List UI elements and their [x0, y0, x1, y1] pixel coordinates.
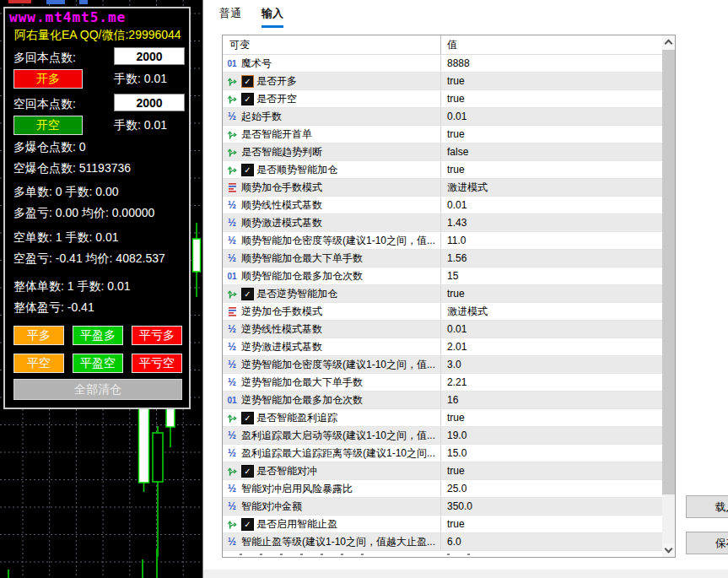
close-button[interactable]: 平盈空: [73, 354, 123, 373]
scroll-down-button[interactable]: [662, 543, 675, 557]
param-row[interactable]: ½逆势智能加仓最大下单手数2.21: [223, 374, 662, 392]
checkbox-checked[interactable]: ✓: [241, 518, 254, 531]
checkbox-checked[interactable]: ✓: [241, 288, 254, 300]
param-row[interactable]: ½智能对冲启用风险暴露比25.0: [223, 480, 662, 498]
param-row[interactable]: ✓是否启用智能止盈true: [223, 516, 662, 533]
param-row[interactable]: ½逆势激进模式基数2.01: [223, 338, 662, 356]
stat-line: 空盈亏: -0.41 均价: 4082.537: [13, 251, 165, 267]
param-row[interactable]: 顺势加仓手数模式激进模式: [223, 179, 662, 197]
int-type-icon: 01: [225, 396, 239, 405]
param-value[interactable]: true: [441, 128, 662, 140]
param-value[interactable]: true: [441, 518, 662, 530]
param-value[interactable]: 25.0: [441, 483, 662, 494]
param-row[interactable]: ½顺势智能加仓密度等级(建议1-10之间，值...11.0: [223, 232, 662, 250]
tab-common[interactable]: 普通: [219, 6, 241, 28]
param-row[interactable]: ½顺势智能加仓最大下单手数1.56: [223, 250, 662, 267]
table-header: 可变 值: [223, 35, 675, 55]
param-row[interactable]: 是否智能开首单true: [223, 126, 662, 143]
param-value[interactable]: 1.56: [441, 252, 662, 264]
close-button[interactable]: 平多: [13, 326, 64, 345]
checkbox-checked[interactable]: ✓: [241, 465, 254, 478]
param-row[interactable]: ½顺势激进模式基数1.43: [223, 214, 662, 232]
param-row[interactable]: ½起始手数0.01: [223, 108, 662, 126]
param-row[interactable]: 是否智能趋势判断false: [223, 143, 662, 161]
param-value[interactable]: 3.0: [441, 359, 662, 370]
param-name-cell: ✓是否智能盈利追踪: [223, 409, 441, 426]
param-value[interactable]: 6.0: [441, 536, 662, 548]
save-button[interactable]: 保存: [686, 532, 728, 554]
param-row[interactable]: ½逆势线性模式基数0.01: [223, 321, 662, 338]
load-button[interactable]: 载入: [686, 495, 728, 518]
toolbar-fragment-blue: [79, 0, 88, 4]
checkbox-checked[interactable]: ✓: [241, 164, 254, 176]
close-button[interactable]: 平亏空: [132, 354, 182, 373]
param-value[interactable]: 2.21: [441, 376, 662, 388]
param-row[interactable]: 逆势加仓手数模式激进模式: [223, 303, 662, 321]
scroll-up-button[interactable]: [662, 35, 675, 50]
param-value[interactable]: false: [441, 146, 662, 158]
param-value[interactable]: true: [441, 465, 662, 477]
open-long-button[interactable]: 开多: [13, 69, 83, 89]
param-value[interactable]: true: [441, 412, 662, 424]
double-type-icon: ½: [225, 429, 239, 441]
param-value[interactable]: 0.01: [441, 111, 662, 122]
param-row[interactable]: ½盈利追踪最大追踪距离等级(建议1-10之间...15.0: [223, 445, 662, 462]
checkbox-checked[interactable]: ✓: [241, 75, 254, 88]
long-points-input[interactable]: [114, 47, 185, 65]
close-button[interactable]: 平盈多: [73, 326, 123, 345]
param-value[interactable]: 19.0: [441, 429, 662, 441]
param-value[interactable]: 16: [441, 394, 662, 406]
param-row[interactable]: ✓是否智能对冲true: [223, 462, 662, 480]
param-row[interactable]: ½逆势智能加仓密度等级(建议1-10之间，值...3.0: [223, 356, 662, 374]
param-name: 逆势线性模式基数: [241, 322, 322, 337]
param-value[interactable]: 11.0: [441, 235, 662, 246]
param-row[interactable]: 01顺势智能加仓最多加仓次数15: [223, 267, 662, 285]
param-value[interactable]: 350.0: [441, 500, 662, 512]
double-type-icon: ½: [225, 483, 239, 494]
param-value[interactable]: 2.01: [441, 341, 662, 353]
bool-type-icon: [225, 466, 239, 477]
close-button[interactable]: 平空: [13, 354, 64, 373]
param-value[interactable]: true: [441, 93, 662, 105]
param-row[interactable]: ✓是否智能盈利追踪true: [223, 409, 662, 427]
param-row[interactable]: ½智能对冲金额350.0: [223, 498, 662, 516]
panel-subtitle: 阿右量化EA QQ/微信:29996044: [14, 28, 181, 43]
param-row[interactable]: ✓是否开多true: [223, 73, 662, 90]
param-row[interactable]: 01魔术号8888: [223, 55, 662, 73]
param-value[interactable]: 15.0: [441, 447, 662, 459]
vertical-scrollbar[interactable]: [662, 35, 675, 557]
param-row[interactable]: ✓是否顺势智能加仓true: [223, 161, 662, 179]
param-row[interactable]: ½顺势线性模式基数0.01: [223, 197, 662, 214]
param-value[interactable]: 激进模式: [441, 181, 662, 195]
param-row[interactable]: ½盈利追踪最大启动等级(建议1-10之间，值...19.0: [223, 427, 662, 445]
param-row[interactable]: ✓是否开空true: [223, 90, 662, 108]
scrollbar-thumb[interactable]: [662, 50, 675, 494]
param-value[interactable]: true: [441, 75, 662, 87]
param-value[interactable]: 0.01: [441, 199, 662, 211]
close-button[interactable]: 平亏多: [132, 326, 182, 345]
open-short-button[interactable]: 开空: [13, 116, 83, 135]
checkbox-checked[interactable]: ✓: [241, 412, 254, 424]
param-row[interactable]: ½智能止盈等级(建议1-10之间，值越大止盈...6.0: [223, 533, 662, 551]
double-type-icon: ½: [225, 447, 239, 459]
enum-type-icon: [225, 306, 239, 316]
long-lots-label: 手数: 0.01: [114, 72, 167, 87]
param-value[interactable]: true: [441, 164, 662, 176]
param-name: 顺势智能加仓最大下单手数: [241, 251, 363, 266]
param-value[interactable]: 激进模式: [441, 305, 662, 319]
param-value[interactable]: 15: [441, 270, 662, 282]
checkbox-checked[interactable]: ✓: [241, 93, 254, 105]
short-points-input[interactable]: [114, 94, 185, 111]
param-value[interactable]: true: [441, 288, 662, 300]
param-row[interactable]: 01逆势智能加仓最多加仓次数16: [223, 392, 662, 409]
param-value[interactable]: 8888: [441, 57, 662, 69]
bool-type-icon: [225, 147, 239, 158]
param-value[interactable]: 0.01: [441, 323, 662, 335]
param-value[interactable]: 1.43: [441, 217, 662, 229]
tab-inputs[interactable]: 输入: [262, 6, 283, 28]
param-row[interactable]: ✓是否逆势智能加仓true: [223, 285, 662, 303]
param-name: 逆势智能加仓最多加仓次数: [241, 393, 363, 408]
close-all-button[interactable]: 全部清仓: [13, 379, 182, 400]
double-type-icon: ½: [225, 323, 239, 335]
double-type-icon: ½: [225, 341, 239, 353]
